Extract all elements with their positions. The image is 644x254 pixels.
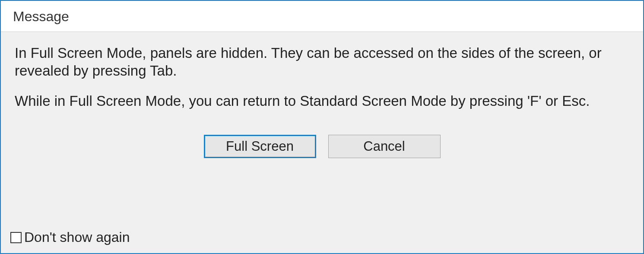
message-paragraph-1: In Full Screen Mode, panels are hidden. … [15, 44, 629, 80]
message-dialog: Message In Full Screen Mode, panels are … [0, 0, 644, 254]
dialog-footer: Don't show again [1, 229, 643, 253]
dialog-body: In Full Screen Mode, panels are hidden. … [1, 32, 643, 229]
message-paragraph-2: While in Full Screen Mode, you can retur… [15, 92, 629, 110]
button-row: Full Screen Cancel [15, 135, 629, 158]
full-screen-button[interactable]: Full Screen [204, 135, 316, 158]
dont-show-again-checkbox[interactable] [10, 232, 22, 243]
dialog-title: Message [13, 9, 69, 24]
cancel-button[interactable]: Cancel [328, 135, 441, 158]
dont-show-again-label[interactable]: Don't show again [24, 229, 130, 245]
dialog-title-bar: Message [1, 1, 643, 32]
